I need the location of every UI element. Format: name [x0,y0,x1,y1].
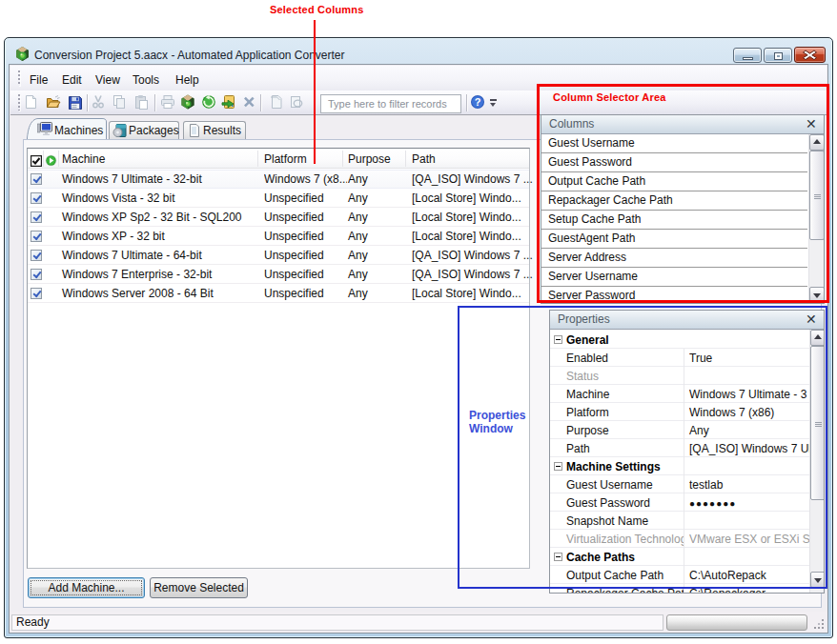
svg-text:?: ? [475,96,481,108]
